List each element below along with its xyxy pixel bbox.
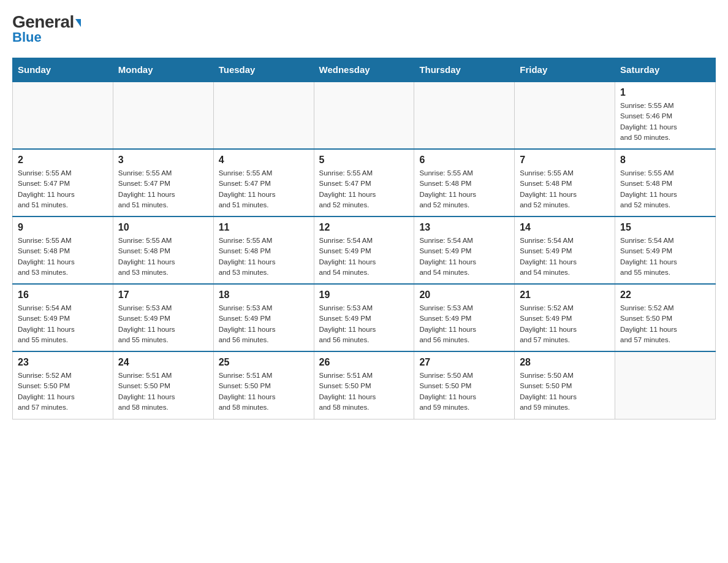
calendar-cell: 11Sunrise: 5:55 AMSunset: 5:48 PMDayligh… [213, 216, 314, 284]
day-info: Sunrise: 5:53 AMSunset: 5:49 PMDaylight:… [118, 303, 208, 345]
logo: General Blue [12, 12, 81, 45]
day-number: 18 [219, 289, 309, 301]
day-info: Sunrise: 5:55 AMSunset: 5:48 PMDaylight:… [118, 236, 208, 278]
day-info: Sunrise: 5:55 AMSunset: 5:48 PMDaylight:… [219, 236, 309, 278]
day-info: Sunrise: 5:52 AMSunset: 5:50 PMDaylight:… [18, 370, 108, 413]
week-row-1: 1Sunrise: 5:55 AMSunset: 5:46 PMDaylight… [13, 82, 716, 149]
week-row-4: 16Sunrise: 5:54 AMSunset: 5:49 PMDayligh… [13, 284, 716, 351]
calendar-cell [615, 351, 716, 419]
day-number: 20 [419, 289, 509, 301]
day-number: 11 [219, 222, 309, 233]
calendar-cell: 21Sunrise: 5:52 AMSunset: 5:49 PMDayligh… [515, 284, 615, 351]
day-number: 15 [620, 222, 710, 233]
calendar-header-row: SundayMondayTuesdayWednesdayThursdayFrid… [13, 58, 716, 82]
calendar-cell: 25Sunrise: 5:51 AMSunset: 5:50 PMDayligh… [213, 351, 314, 419]
day-info: Sunrise: 5:51 AMSunset: 5:50 PMDaylight:… [118, 370, 208, 413]
calendar-cell: 8Sunrise: 5:55 AMSunset: 5:48 PMDaylight… [615, 149, 716, 216]
day-number: 17 [118, 289, 208, 301]
day-info: Sunrise: 5:54 AMSunset: 5:49 PMDaylight:… [319, 236, 409, 278]
calendar-cell: 10Sunrise: 5:55 AMSunset: 5:48 PMDayligh… [113, 216, 213, 284]
calendar-cell: 26Sunrise: 5:51 AMSunset: 5:50 PMDayligh… [314, 351, 414, 419]
day-info: Sunrise: 5:55 AMSunset: 5:48 PMDaylight:… [18, 236, 108, 278]
calendar-cell: 3Sunrise: 5:55 AMSunset: 5:47 PMDaylight… [113, 149, 213, 216]
column-header-tuesday: Tuesday [213, 58, 314, 82]
day-info: Sunrise: 5:54 AMSunset: 5:49 PMDaylight:… [520, 236, 610, 278]
calendar-cell: 14Sunrise: 5:54 AMSunset: 5:49 PMDayligh… [515, 216, 615, 284]
day-number: 14 [520, 222, 610, 233]
calendar-cell: 19Sunrise: 5:53 AMSunset: 5:49 PMDayligh… [314, 284, 414, 351]
day-info: Sunrise: 5:55 AMSunset: 5:48 PMDaylight:… [620, 168, 710, 210]
day-number: 8 [620, 155, 710, 166]
day-number: 5 [319, 155, 409, 166]
column-header-monday: Monday [113, 58, 213, 82]
logo-triangle-icon [75, 19, 81, 27]
calendar-cell: 27Sunrise: 5:50 AMSunset: 5:50 PMDayligh… [414, 351, 515, 419]
calendar-cell: 16Sunrise: 5:54 AMSunset: 5:49 PMDayligh… [13, 284, 113, 351]
day-info: Sunrise: 5:55 AMSunset: 5:47 PMDaylight:… [18, 168, 108, 210]
day-info: Sunrise: 5:50 AMSunset: 5:50 PMDaylight:… [520, 370, 610, 413]
calendar-cell: 15Sunrise: 5:54 AMSunset: 5:49 PMDayligh… [615, 216, 716, 284]
calendar-cell [113, 82, 213, 149]
day-number: 13 [419, 222, 509, 233]
day-info: Sunrise: 5:54 AMSunset: 5:49 PMDaylight:… [620, 236, 710, 278]
calendar-cell: 12Sunrise: 5:54 AMSunset: 5:49 PMDayligh… [314, 216, 414, 284]
calendar-cell: 5Sunrise: 5:55 AMSunset: 5:47 PMDaylight… [314, 149, 414, 216]
calendar-cell [13, 82, 113, 149]
day-info: Sunrise: 5:54 AMSunset: 5:49 PMDaylight:… [419, 236, 509, 278]
calendar-cell [213, 82, 314, 149]
day-info: Sunrise: 5:51 AMSunset: 5:50 PMDaylight:… [219, 370, 309, 413]
day-number: 28 [520, 357, 610, 368]
column-header-friday: Friday [515, 58, 615, 82]
column-header-saturday: Saturday [615, 58, 716, 82]
week-row-5: 23Sunrise: 5:52 AMSunset: 5:50 PMDayligh… [13, 351, 716, 419]
calendar-cell [414, 82, 515, 149]
day-info: Sunrise: 5:54 AMSunset: 5:49 PMDaylight:… [18, 303, 108, 345]
calendar-cell: 28Sunrise: 5:50 AMSunset: 5:50 PMDayligh… [515, 351, 615, 419]
day-number: 26 [319, 357, 409, 368]
column-header-thursday: Thursday [414, 58, 515, 82]
calendar-cell: 22Sunrise: 5:52 AMSunset: 5:50 PMDayligh… [615, 284, 716, 351]
calendar-cell: 17Sunrise: 5:53 AMSunset: 5:49 PMDayligh… [113, 284, 213, 351]
day-info: Sunrise: 5:55 AMSunset: 5:48 PMDaylight:… [419, 168, 509, 210]
day-number: 12 [319, 222, 409, 233]
day-number: 6 [419, 155, 509, 166]
day-number: 23 [18, 357, 108, 368]
day-info: Sunrise: 5:52 AMSunset: 5:49 PMDaylight:… [520, 303, 610, 345]
day-number: 25 [219, 357, 309, 368]
calendar-cell: 20Sunrise: 5:53 AMSunset: 5:49 PMDayligh… [414, 284, 515, 351]
logo-blue: Blue [12, 29, 42, 45]
calendar-cell: 4Sunrise: 5:55 AMSunset: 5:47 PMDaylight… [213, 149, 314, 216]
day-info: Sunrise: 5:53 AMSunset: 5:49 PMDaylight:… [319, 303, 409, 345]
day-info: Sunrise: 5:55 AMSunset: 5:46 PMDaylight:… [620, 101, 710, 143]
day-number: 22 [620, 289, 710, 301]
calendar-cell: 24Sunrise: 5:51 AMSunset: 5:50 PMDayligh… [113, 351, 213, 419]
calendar-cell [314, 82, 414, 149]
week-row-3: 9Sunrise: 5:55 AMSunset: 5:48 PMDaylight… [13, 216, 716, 284]
page-header: General Blue [12, 12, 716, 45]
calendar-cell: 13Sunrise: 5:54 AMSunset: 5:49 PMDayligh… [414, 216, 515, 284]
day-info: Sunrise: 5:52 AMSunset: 5:50 PMDaylight:… [620, 303, 710, 345]
calendar-cell: 7Sunrise: 5:55 AMSunset: 5:48 PMDaylight… [515, 149, 615, 216]
day-info: Sunrise: 5:55 AMSunset: 5:47 PMDaylight:… [118, 168, 208, 210]
day-number: 27 [419, 357, 509, 368]
calendar-cell: 6Sunrise: 5:55 AMSunset: 5:48 PMDaylight… [414, 149, 515, 216]
calendar-table: SundayMondayTuesdayWednesdayThursdayFrid… [12, 58, 716, 419]
calendar-cell: 9Sunrise: 5:55 AMSunset: 5:48 PMDaylight… [13, 216, 113, 284]
calendar-cell: 1Sunrise: 5:55 AMSunset: 5:46 PMDaylight… [615, 82, 716, 149]
calendar-cell: 2Sunrise: 5:55 AMSunset: 5:47 PMDaylight… [13, 149, 113, 216]
day-info: Sunrise: 5:50 AMSunset: 5:50 PMDaylight:… [419, 370, 509, 413]
day-number: 19 [319, 289, 409, 301]
calendar-cell [515, 82, 615, 149]
day-number: 2 [18, 155, 108, 166]
calendar-cell: 18Sunrise: 5:53 AMSunset: 5:49 PMDayligh… [213, 284, 314, 351]
column-header-sunday: Sunday [13, 58, 113, 82]
day-number: 21 [520, 289, 610, 301]
day-number: 4 [219, 155, 309, 166]
day-number: 3 [118, 155, 208, 166]
calendar-cell: 23Sunrise: 5:52 AMSunset: 5:50 PMDayligh… [13, 351, 113, 419]
day-info: Sunrise: 5:51 AMSunset: 5:50 PMDaylight:… [319, 370, 409, 413]
column-header-wednesday: Wednesday [314, 58, 414, 82]
day-info: Sunrise: 5:55 AMSunset: 5:48 PMDaylight:… [520, 168, 610, 210]
day-info: Sunrise: 5:55 AMSunset: 5:47 PMDaylight:… [219, 168, 309, 210]
week-row-2: 2Sunrise: 5:55 AMSunset: 5:47 PMDaylight… [13, 149, 716, 216]
